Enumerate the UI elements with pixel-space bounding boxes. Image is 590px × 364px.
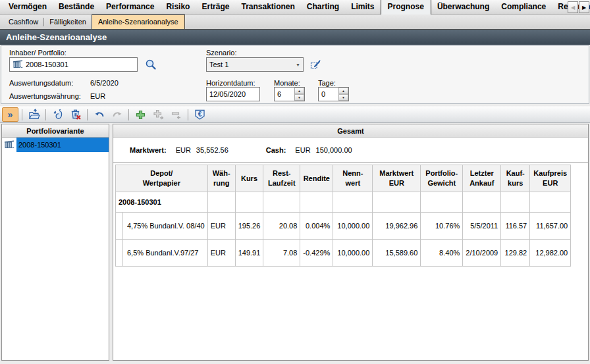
horizontdatum-value: 12/05/2020 bbox=[209, 90, 246, 98]
cash-currency: EUR bbox=[295, 146, 310, 154]
expand-panel-button[interactable]: » bbox=[2, 107, 18, 122]
tab-risiko[interactable]: Risiko bbox=[160, 0, 196, 14]
tab-limits[interactable]: Limits bbox=[345, 0, 380, 14]
column-header-letzter-ankauf[interactable]: Letzter Ankauf bbox=[463, 165, 501, 192]
portfolio-variant-header-label: Portfoliovariante bbox=[26, 127, 84, 135]
szenario-select[interactable]: Test 1 ▼ bbox=[206, 57, 304, 72]
redo-button[interactable] bbox=[109, 107, 125, 122]
remove-variant-button[interactable] bbox=[168, 107, 184, 122]
auswertungswaehrung-value: EUR bbox=[90, 92, 105, 100]
chevron-down-icon: ▼ bbox=[296, 63, 300, 67]
cell-restlaufzeit: 20.08 bbox=[263, 213, 300, 240]
column-header-marktwert-eur[interactable]: Marktwert EUR bbox=[373, 165, 421, 192]
chevron-right-icon: ▶ bbox=[582, 5, 586, 11]
toolbar-separator bbox=[45, 109, 46, 120]
toolbar-separator bbox=[22, 109, 22, 120]
spin-down-button[interactable]: ▼ bbox=[295, 94, 304, 101]
column-header-nennwert[interactable]: Nenn- wert bbox=[333, 165, 373, 192]
cell-kaufpreis: 11,657.00 bbox=[530, 213, 571, 240]
svg-text:€: € bbox=[198, 111, 202, 118]
cell-marktwert: 19,962.96 bbox=[373, 213, 421, 240]
szenario-value: Test 1 bbox=[209, 61, 228, 68]
cell-portfolio-gewicht: 8.40% bbox=[421, 240, 463, 267]
cell-nennwert: 10,000.00 bbox=[333, 240, 373, 267]
cell-kaufkurs: 116.57 bbox=[501, 213, 530, 240]
cell-letzter-ankauf: 2/10/2009 bbox=[463, 240, 501, 267]
recalculate-button[interactable] bbox=[49, 107, 66, 122]
tab-anleihe-szenarioanalyse-active[interactable]: Anleihe-Szenarioanalyse bbox=[92, 14, 185, 29]
row-indent bbox=[116, 213, 123, 239]
column-header-kaufpreis-eur[interactable]: Kaufpreis EUR bbox=[530, 165, 571, 192]
monate-label: Monate: bbox=[274, 79, 300, 87]
gesamt-header: Gesamt bbox=[113, 124, 588, 138]
cell-rendite: 0.004% bbox=[300, 213, 333, 240]
auswertungswaehrung-label: Auswertungswährung: bbox=[9, 92, 81, 100]
table-row[interactable]: 4,75% Bundanl.V. 08/40 EUR 195.26 20.08 … bbox=[116, 213, 571, 240]
positions-table: Depot/ Wertpapier Wäh- rung Kurs Rest- L… bbox=[115, 165, 571, 267]
column-header-portfolio-gewicht[interactable]: Portfolio- Gewicht bbox=[421, 165, 463, 192]
marktwert-currency: EUR bbox=[176, 146, 191, 154]
cell-waehrung: EUR bbox=[207, 240, 235, 267]
toolbar-separator bbox=[128, 109, 129, 120]
tab-compliance[interactable]: Compliance bbox=[495, 0, 552, 14]
monate-stepper[interactable]: 6 ▲ ▼ bbox=[274, 87, 305, 101]
table-row[interactable]: 6,5% Bundanl.V.97/27 EUR 149.91 7.08 -0.… bbox=[116, 240, 571, 267]
edit-icon bbox=[310, 59, 321, 70]
column-header-kaufkurs[interactable]: Kauf- kurs bbox=[501, 165, 530, 192]
tab-faelligkeiten[interactable]: Fälligkeiten bbox=[44, 15, 92, 29]
tab-scroll-left-button[interactable]: ◀ bbox=[568, 1, 578, 13]
spin-down-button[interactable]: ▼ bbox=[339, 94, 348, 101]
tab-bestaende[interactable]: Bestände bbox=[53, 0, 100, 14]
bond-scenario-analysis-window: Vermögen Bestände Performance Risiko Ert… bbox=[0, 0, 590, 364]
currency-button[interactable]: € bbox=[192, 107, 208, 122]
tab-charting[interactable]: Charting bbox=[301, 0, 345, 14]
monate-value: 6 bbox=[277, 90, 281, 98]
search-button[interactable] bbox=[144, 57, 158, 72]
arrow-up-icon: ▲ bbox=[342, 89, 345, 93]
column-header-restlaufzeit[interactable]: Rest- Laufzeit bbox=[263, 165, 300, 192]
cell-marktwert: 15,589.60 bbox=[373, 240, 421, 267]
undo-button[interactable] bbox=[91, 107, 107, 122]
cell-kurs: 195.26 bbox=[235, 213, 263, 240]
table-group-row[interactable]: 2008-150301 bbox=[116, 192, 571, 213]
cell-kurs: 149.91 bbox=[235, 240, 263, 267]
gesamt-values: Marktwert: EUR 35,552.56 Cash: EUR 150,0… bbox=[113, 138, 588, 163]
tab-scroll-buttons: ◀ ▶ bbox=[567, 1, 589, 13]
inhaber-portfolio-input[interactable]: 2008-150301 bbox=[9, 57, 138, 72]
horizontdatum-input[interactable]: 12/05/2020 bbox=[206, 87, 260, 101]
tage-stepper[interactable]: 0 ▲ ▼ bbox=[318, 87, 349, 101]
delete-button[interactable] bbox=[67, 107, 84, 122]
add-icon bbox=[135, 109, 146, 120]
tab-transaktionen[interactable]: Transaktionen bbox=[235, 0, 300, 14]
row-indent bbox=[116, 240, 123, 266]
group-row-label: 2008-150301 bbox=[116, 192, 208, 213]
sub-tab-bar: Cashflow Fälligkeiten Anleihe-Szenarioan… bbox=[0, 14, 590, 30]
page-title-bar: Anleihe-Szenarioanalyse bbox=[0, 30, 590, 45]
cell-rendite: -0.429% bbox=[300, 240, 333, 267]
cell-restlaufzeit: 7.08 bbox=[263, 240, 300, 267]
open-button[interactable] bbox=[26, 107, 42, 122]
cell-nennwert: 10,000.00 bbox=[333, 213, 373, 240]
column-header-rendite[interactable]: Rendite bbox=[300, 165, 333, 192]
cell-waehrung: EUR bbox=[207, 213, 235, 240]
column-header-kurs[interactable]: Kurs bbox=[235, 165, 263, 192]
portfolio-variant-item-selected[interactable]: 2008-150301 bbox=[2, 138, 109, 152]
column-header-waehrung[interactable]: Wäh- rung bbox=[207, 165, 235, 192]
tab-ertraege[interactable]: Erträge bbox=[196, 0, 235, 14]
spin-up-button[interactable]: ▲ bbox=[295, 88, 304, 94]
tab-vermoegen[interactable]: Vermögen bbox=[3, 0, 53, 14]
edit-scenario-button[interactable] bbox=[308, 57, 323, 72]
column-header-depot-wertpapier[interactable]: Depot/ Wertpapier bbox=[116, 165, 208, 192]
toolbar: » bbox=[0, 106, 590, 123]
add-button[interactable] bbox=[132, 107, 149, 122]
tab-scroll-right-button[interactable]: ▶ bbox=[579, 1, 589, 13]
add-variant-button[interactable] bbox=[150, 107, 167, 122]
auswertungsdatum-label: Auswertungsdatum: bbox=[9, 79, 73, 87]
tab-prognose-active[interactable]: Prognose bbox=[381, 0, 431, 14]
scenario-form-panel: Inhaber/ Portfolio: 2008-150301 bbox=[1, 45, 589, 104]
undo-icon bbox=[94, 109, 105, 120]
tab-cashflow[interactable]: Cashflow bbox=[3, 15, 43, 29]
tab-ueberwachung[interactable]: Überwachung bbox=[431, 0, 495, 14]
tab-performance[interactable]: Performance bbox=[100, 0, 160, 14]
spin-up-button[interactable]: ▲ bbox=[339, 88, 348, 94]
